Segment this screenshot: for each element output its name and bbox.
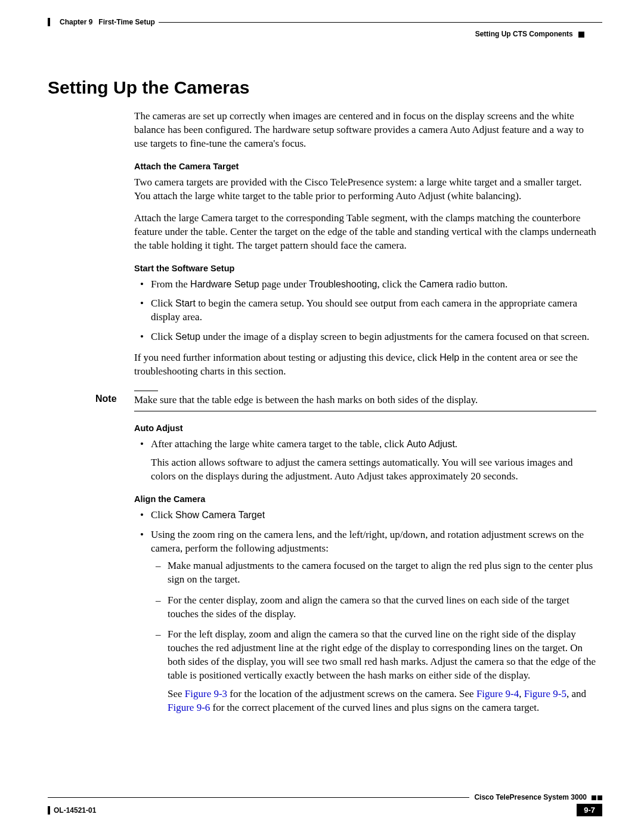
auto-adjust-extra: This action allows software to adjust th…: [151, 456, 596, 484]
figure-references: See Figure 9-3 for the location of the a…: [168, 688, 596, 715]
page-number: 9-7: [577, 804, 602, 816]
list-item: Click Show Camera Target: [151, 509, 596, 522]
list-item: After attaching the large white camera t…: [151, 438, 596, 484]
heading-auto-adjust: Auto Adjust: [134, 423, 596, 433]
list-item: Click Setup under the image of a display…: [151, 330, 596, 344]
section-title-text: Setting Up CTS Components: [475, 30, 573, 38]
footer-product: Cisco TelePresence System 3000: [469, 793, 587, 801]
align-sub-list: Make manual adjustments to the camera fo…: [151, 559, 596, 715]
note-block: Note Make sure that the table edge is be…: [48, 391, 602, 411]
help-paragraph: If you need further information about te…: [134, 351, 596, 379]
list-item: Using the zoom ring on the camera lens, …: [151, 528, 596, 715]
page-footer: Cisco TelePresence System 3000 OL-14521-…: [48, 792, 602, 816]
link-figure-9-6[interactable]: Figure 9-6: [168, 702, 210, 713]
header-square-icon: [578, 32, 584, 38]
attach-p2: Attach the large Camera target to the co…: [134, 212, 596, 253]
heading-align-camera: Align the Camera: [134, 494, 596, 504]
intro-paragraph: The cameras are set up correctly when im…: [134, 110, 596, 151]
ui-term-troubleshooting: Troubleshooting: [309, 279, 377, 289]
note-label: Note: [48, 394, 134, 407]
footer-doc-number: OL-14521-01: [50, 806, 96, 815]
align-camera-list: Click Show Camera Target Using the zoom …: [134, 509, 596, 715]
page: Chapter 9 First-Time Setup Setting Up CT…: [0, 0, 644, 833]
link-figure-9-4[interactable]: Figure 9-4: [476, 688, 519, 699]
heading-attach-target: Attach the Camera Target: [134, 162, 596, 171]
ui-term-show-camera-target: Show Camera Target: [175, 510, 265, 520]
page-header: Chapter 9 First-Time Setup Setting Up CT…: [48, 18, 602, 48]
ui-term-auto-adjust: Auto Adjust: [407, 439, 455, 449]
section-title: Setting Up CTS Components: [475, 30, 584, 38]
ui-term-hardware-setup: Hardware Setup: [190, 279, 259, 289]
start-setup-list: From the Hardware Setup page under Troub…: [134, 278, 596, 345]
chapter-title: First-Time Setup: [95, 18, 158, 26]
list-item: From the Hardware Setup page under Troub…: [151, 278, 596, 292]
list-item: Click Start to begin the camera setup. Y…: [151, 297, 596, 324]
chapter-number: Chapter 9: [54, 18, 95, 26]
list-item: Make manual adjustments to the camera fo…: [168, 559, 596, 587]
ui-term-start: Start: [175, 298, 196, 308]
list-item: For the center display, zoom and align t…: [168, 594, 596, 621]
ui-term-setup: Setup: [175, 332, 200, 342]
ui-term-help: Help: [439, 352, 459, 363]
attach-p1: Two camera targets are provided with the…: [134, 176, 596, 203]
note-text: Make sure that the table edge is between…: [134, 394, 602, 407]
ui-term-camera: Camera: [419, 279, 453, 289]
heading-start-setup: Start the Software Setup: [134, 264, 596, 273]
page-title: Setting Up the Cameras: [48, 78, 602, 98]
footer-squares-icon: [590, 792, 602, 803]
link-figure-9-3[interactable]: Figure 9-3: [185, 688, 227, 699]
link-figure-9-5[interactable]: Figure 9-5: [524, 688, 566, 699]
list-item: For the left display, zoom and align the…: [168, 628, 596, 715]
auto-adjust-list: After attaching the large white camera t…: [134, 438, 596, 484]
header-bar-icon: [48, 18, 50, 26]
